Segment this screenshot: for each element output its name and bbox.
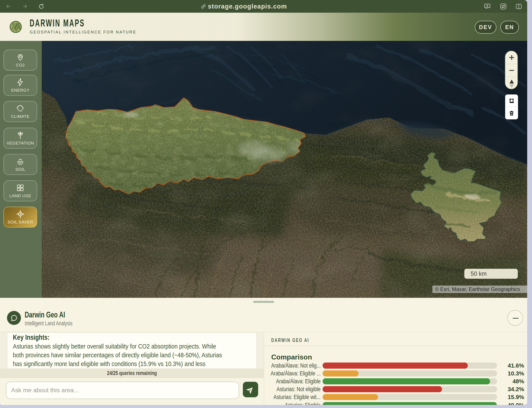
- svg-text:A: A: [486, 4, 489, 8]
